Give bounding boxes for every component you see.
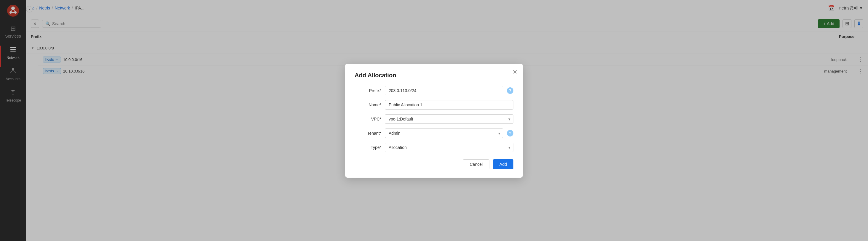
prefix-help-icon[interactable]: ? — [507, 87, 514, 94]
add-allocation-modal: Add Allocation ✕ Prefix* ? Name* VPC* vp… — [345, 64, 523, 178]
form-row-name: Name* — [354, 100, 514, 109]
type-label: Type* — [354, 145, 381, 150]
vpc-select-wrapper: vpc-1:Default ▾ — [385, 114, 514, 124]
modal-footer: Cancel Add — [354, 159, 514, 169]
tenant-help-icon[interactable]: ? — [507, 130, 514, 136]
tenant-select[interactable]: Admin — [385, 129, 503, 138]
form-row-tenant: Tenant* Admin ▾ ? — [354, 129, 514, 138]
form-row-type: Type* Allocation Subnet ▾ — [354, 143, 514, 152]
form-row-prefix: Prefix* ? — [354, 86, 514, 95]
tenant-label: Tenant* — [354, 131, 381, 136]
name-label: Name* — [354, 102, 381, 107]
name-input[interactable] — [385, 100, 514, 109]
form-row-vpc: VPC* vpc-1:Default ▾ — [354, 114, 514, 124]
modal-title: Add Allocation — [354, 72, 514, 79]
vpc-label: VPC* — [354, 117, 381, 122]
modal-overlay: Add Allocation ✕ Prefix* ? Name* VPC* vp… — [0, 0, 868, 241]
type-select-wrapper: Allocation Subnet ▾ — [385, 143, 514, 152]
vpc-select[interactable]: vpc-1:Default — [385, 114, 514, 124]
modal-close-button[interactable]: ✕ — [513, 69, 518, 75]
prefix-label: Prefix* — [354, 88, 381, 93]
prefix-input[interactable] — [385, 86, 503, 95]
tenant-select-wrapper: Admin ▾ — [385, 129, 503, 138]
cancel-button[interactable]: Cancel — [463, 159, 489, 169]
add-submit-button[interactable]: Add — [493, 159, 514, 169]
type-select[interactable]: Allocation Subnet — [385, 143, 514, 152]
